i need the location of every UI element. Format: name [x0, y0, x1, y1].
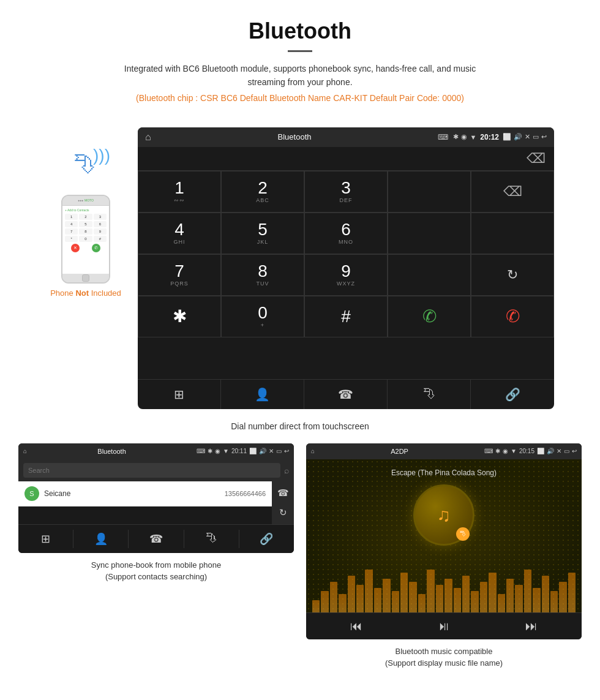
bluetooth-icon-area: ))) ⮷ [61, 146, 110, 189]
phone-dial-cell: 2 [79, 214, 92, 220]
phone-dial-cell: 4 [65, 221, 78, 227]
dial-sub-6: MNO [339, 239, 353, 245]
pb-toolbar-link[interactable]: 🔗 [239, 530, 294, 548]
dial-status-bar: ⌂ Bluetooth ⌨ ✱ ◉ ▼ 20:12 ⬜ 🔊 ✕ ▭ ↩ [138, 127, 554, 147]
eq-bar [436, 585, 443, 612]
dial-key-0[interactable]: 0 + [221, 296, 304, 337]
dial-num-5: 5 [258, 221, 268, 238]
toolbar-link-btn[interactable]: 🔗 [471, 380, 554, 409]
dial-grid: 1 ∾∾ 2 ABC 3 DEF ⌫ 4 GHI 5 JKL [138, 171, 554, 379]
music-bt-badge-icon: ⮷ [460, 530, 466, 537]
dial-num-3: 3 [341, 179, 351, 197]
toolbar-bluetooth-btn[interactable]: ⮷ [388, 380, 471, 409]
pb-home-icon[interactable]: ⌂ [23, 448, 27, 454]
prev-track-button[interactable]: ⏮ [350, 619, 362, 633]
phone-dial-cell: 7 [65, 228, 78, 235]
pb-redial-panel-icon[interactable]: ↻ [279, 507, 287, 518]
end-call-icon: ✆ [506, 306, 520, 326]
dial-num-2: 2 [258, 179, 268, 197]
dial-key-1[interactable]: 1 ∾∾ [138, 171, 221, 213]
call-icon: ✆ [422, 306, 437, 326]
bluetooth-specs: (Bluetooth chip : CSR BC6 Default Blueto… [12, 93, 588, 103]
dial-end-call-button[interactable]: ✆ [471, 296, 554, 337]
pb-toolbar-dialpad[interactable]: ⊞ [18, 530, 73, 548]
phone-dial-grid: 1 2 3 4 5 6 7 8 9 * 0 # [65, 214, 107, 242]
pb-search-input[interactable] [23, 463, 280, 478]
dial-backspace-cell[interactable]: ⌫ [471, 171, 554, 213]
signal-waves-icon: ))) [93, 146, 110, 165]
music-sig-icon: ▼ [511, 448, 517, 454]
status-right: ✱ ◉ ▼ 20:12 ⬜ 🔊 ✕ ▭ ↩ [453, 133, 547, 141]
dial-sub-3: DEF [340, 197, 353, 203]
phone-end-btn: ✕ [71, 244, 80, 252]
dial-display: ⌫ [138, 147, 554, 171]
dial-empty-4 [388, 254, 471, 296]
pb-sig-icon: ▼ [223, 448, 229, 454]
music-caption: Bluetooth music compatible(Support displ… [306, 645, 582, 669]
pb-title: Bluetooth [97, 448, 126, 455]
next-track-button[interactable]: ⏭ [525, 619, 538, 633]
toolbar-dialpad-btn[interactable]: ⊞ [138, 380, 221, 409]
backspace-icon: ⌫ [503, 184, 522, 200]
description: Integrated with BC6 Bluetooth module, su… [110, 62, 490, 89]
dial-sub-8: TUV [257, 280, 269, 287]
toolbar-call-btn[interactable]: ☎ [304, 380, 388, 409]
dial-call-button[interactable]: ✆ [388, 296, 471, 337]
pb-phone-panel-icon[interactable]: ☎ [277, 487, 289, 499]
close-icon: ✕ [525, 133, 530, 141]
dial-key-9[interactable]: 9 WXYZ [304, 254, 388, 296]
eq-bar [374, 588, 381, 612]
dial-key-6[interactable]: 6 MNO [304, 213, 388, 254]
phone-not-bold: Not [75, 288, 89, 298]
back-icon: ↩ [541, 133, 547, 141]
phonebook-caption: Sync phone-book from mobile phone(Suppor… [18, 559, 294, 583]
dial-key-5[interactable]: 5 JKL [221, 213, 304, 254]
redial-icon: ↻ [507, 267, 518, 283]
music-bt-badge: ⮷ [456, 527, 470, 541]
music-vol-icon: 🔊 [547, 448, 554, 454]
eq-bar [515, 585, 522, 612]
phonebook-item: ⌂ Bluetooth ⌨ ✱ ◉ ▼ 20:11 ⬜ 🔊 ✕ ▭ ↩ ⌕ [18, 443, 294, 669]
eq-bar [559, 582, 566, 612]
eq-bar [542, 576, 549, 612]
dial-num-8: 8 [258, 263, 268, 280]
pb-toolbar-bt[interactable]: ⮷ [184, 530, 239, 548]
home-icon[interactable]: ⌂ [145, 132, 151, 143]
eq-bar [550, 591, 558, 612]
dial-num-1: 1 [174, 179, 184, 197]
phone-dial-cell: 0 [79, 236, 92, 242]
phone-dial-cell: 5 [79, 221, 92, 227]
dial-sub-1: ∾∾ [174, 197, 185, 203]
play-pause-button[interactable]: ⏯ [438, 619, 450, 633]
dial-key-3[interactable]: 3 DEF [304, 171, 388, 213]
music-status-bar: ⌂ A2DP ⌨ ✱ ◉ ▼ 20:15 ⬜ 🔊 ✕ ▭ ↩ [306, 443, 582, 459]
backspace-button[interactable]: ⌫ [527, 151, 546, 167]
dial-redial-cell[interactable]: ↻ [471, 254, 554, 296]
dial-key-hash[interactable]: # [304, 296, 388, 337]
pb-toolbar-contact[interactable]: 👤 [73, 530, 129, 548]
phone-body: ●●● MOTO + Add to Contacts 1 2 3 4 5 6 7… [61, 195, 110, 284]
music-controls: ⏮ ⏯ ⏭ [306, 612, 582, 639]
dial-key-2[interactable]: 2 ABC [221, 171, 304, 213]
phone-bottom-actions: ✕ ✆ [65, 244, 107, 252]
dial-key-star[interactable]: ✱ [138, 296, 221, 337]
pb-toolbar: ⊞ 👤 ☎ ⮷ 🔗 [18, 524, 294, 553]
dial-sub-0: + [261, 322, 264, 328]
eq-bar [524, 570, 531, 612]
music-home-icon[interactable]: ⌂ [311, 448, 315, 454]
toolbar-contacts-btn[interactable]: 👤 [221, 380, 304, 409]
dial-key-7[interactable]: 7 PQRS [138, 254, 221, 296]
pb-contact-list: S Seicane 13566664466 [18, 481, 272, 506]
dial-key-8[interactable]: 8 TUV [221, 254, 304, 296]
camera-icon: ⬜ [503, 133, 511, 141]
music-song-title: Escape (The Pina Colada Song) [391, 469, 497, 477]
phone-screen: + Add to Contacts 1 2 3 4 5 6 7 8 9 * 0 … [62, 206, 109, 274]
main-screenshot-section: ))) ⮷ ●●● MOTO + Add to Contacts 1 2 3 4… [0, 121, 600, 415]
dial-key-4[interactable]: 4 GHI [138, 213, 221, 254]
pb-contact-avatar: S [24, 486, 39, 501]
pb-toolbar-call[interactable]: ☎ [129, 530, 184, 548]
music-win-icon: ▭ [564, 448, 569, 454]
music-cam-icon: ⬜ [537, 448, 544, 454]
eq-bar [471, 591, 478, 612]
dial-empty-1 [388, 171, 471, 213]
